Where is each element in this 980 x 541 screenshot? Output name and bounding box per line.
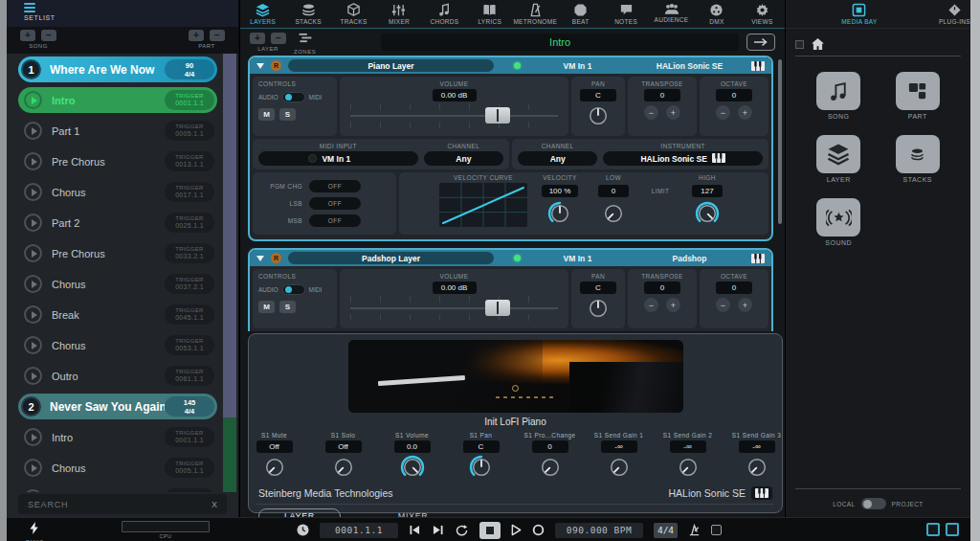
setlist-scrollbar[interactable] bbox=[223, 54, 236, 492]
song-row-where-are-we-now[interactable]: 1 Where Are We Now 904/4 bbox=[18, 56, 217, 82]
tab-audience[interactable]: AUDIENCE bbox=[649, 3, 694, 28]
filter-checkbox[interactable] bbox=[795, 40, 804, 49]
panic-button[interactable]: PANIC bbox=[26, 521, 43, 541]
transpose-display[interactable]: 0 bbox=[644, 282, 680, 294]
lsb-button[interactable]: OFF bbox=[309, 197, 361, 210]
pan-display[interactable]: C bbox=[580, 89, 616, 101]
layer-name-field[interactable]: Piano Layer bbox=[288, 59, 494, 72]
metronome-button[interactable] bbox=[688, 524, 701, 536]
part-row-chorus[interactable]: Chorus TRIGGER0005.1.1 bbox=[18, 455, 217, 481]
home-icon[interactable] bbox=[812, 38, 824, 50]
quick-control-value[interactable]: Off bbox=[256, 440, 293, 453]
remove-part-button[interactable]: − bbox=[210, 30, 225, 41]
part-row-break[interactable]: Break TRIGGER0045.1.1 bbox=[18, 302, 217, 327]
header-instrument[interactable]: HALion Sonic SE bbox=[635, 61, 745, 71]
add-part-button[interactable]: + bbox=[189, 30, 204, 41]
media-tile-part[interactable]: PART bbox=[896, 72, 940, 120]
quick-control-knob[interactable] bbox=[676, 455, 701, 484]
local-project-toggle[interactable] bbox=[861, 498, 886, 509]
part-play-icon[interactable] bbox=[24, 122, 42, 140]
volume-slider-handle[interactable] bbox=[485, 300, 510, 316]
octave-plus-button[interactable]: + bbox=[738, 298, 752, 312]
media-tile-stacks[interactable]: STACKS bbox=[896, 135, 940, 183]
layer-name-field[interactable]: Padshop Layer bbox=[288, 252, 494, 264]
search-input[interactable] bbox=[28, 500, 212, 509]
tab-plug-ins[interactable]: PLUG-INS bbox=[939, 3, 970, 28]
part-play-icon[interactable] bbox=[24, 459, 42, 477]
panel-toggle-left-button[interactable] bbox=[926, 523, 940, 536]
play-button[interactable] bbox=[511, 524, 522, 536]
octave-minus-button[interactable]: − bbox=[716, 298, 730, 312]
collapse-caret-icon[interactable] bbox=[256, 256, 264, 261]
tempo-display[interactable]: 090.000 BPM bbox=[555, 523, 643, 538]
quick-control-knob[interactable] bbox=[262, 455, 287, 484]
part-play-icon[interactable] bbox=[24, 244, 42, 262]
skip-start-button[interactable] bbox=[409, 525, 421, 535]
layers-scrollbar[interactable] bbox=[778, 59, 782, 224]
part-row-part-1[interactable]: Part 1 TRIGGER0005.1.1 bbox=[18, 118, 217, 144]
quick-control-knob[interactable] bbox=[607, 455, 632, 484]
loop-button[interactable] bbox=[455, 525, 469, 536]
media-tile-layer[interactable]: LAYER bbox=[816, 135, 860, 183]
tab-metronome[interactable]: METRONOME bbox=[513, 3, 558, 28]
mute-button[interactable]: M bbox=[258, 108, 275, 121]
volume-slider[interactable] bbox=[350, 296, 559, 321]
midi-channel-select[interactable]: Any bbox=[424, 151, 503, 166]
part-row-intro[interactable]: Intro TRIGGER0001.1.1 bbox=[18, 424, 217, 450]
transport-checkbox[interactable] bbox=[711, 525, 722, 535]
solo-button[interactable]: S bbox=[279, 108, 296, 121]
time-signature-display[interactable]: 4/4 bbox=[654, 523, 678, 538]
media-tile-sound[interactable]: SOUND bbox=[816, 198, 860, 246]
tab-dmx[interactable]: DMX bbox=[694, 3, 739, 28]
quick-control-knob[interactable] bbox=[745, 455, 769, 484]
audio-midi-toggle[interactable] bbox=[282, 92, 305, 102]
part-play-icon[interactable] bbox=[24, 489, 42, 492]
quick-control-value[interactable]: C bbox=[463, 440, 500, 453]
pgm-chg-button[interactable]: OFF bbox=[309, 180, 361, 192]
add-song-button[interactable]: + bbox=[20, 30, 35, 41]
quick-control-value[interactable]: -∞ bbox=[601, 440, 637, 453]
velocity-curve-graph[interactable] bbox=[439, 183, 527, 231]
part-row-part-1[interactable]: Part 1 TRIGGER0013.1.1 bbox=[18, 485, 217, 492]
part-row-chorus[interactable]: Chorus TRIGGER0037.2.1 bbox=[18, 271, 217, 297]
volume-slider[interactable] bbox=[350, 103, 559, 128]
quick-control-value[interactable]: 0 bbox=[532, 440, 568, 453]
record-button[interactable] bbox=[532, 524, 545, 536]
remove-song-button[interactable]: − bbox=[41, 30, 56, 41]
zones-icon[interactable] bbox=[299, 30, 312, 47]
part-row-chorus[interactable]: Chorus TRIGGER0053.1.1 bbox=[18, 332, 217, 358]
menu-icon[interactable] bbox=[24, 3, 238, 12]
layer-header[interactable]: R Padshop Layer VM In 1 Padshop bbox=[250, 250, 771, 266]
quick-control-value[interactable]: 0.0 bbox=[394, 440, 431, 453]
part-play-icon[interactable] bbox=[24, 367, 42, 385]
tab-stacks[interactable]: STACKS bbox=[285, 3, 330, 28]
volume-display[interactable]: 0.00 dB bbox=[433, 89, 477, 101]
pan-knob[interactable] bbox=[586, 296, 611, 325]
tab-notes[interactable]: NOTES bbox=[603, 3, 648, 28]
transpose-plus-button[interactable]: + bbox=[666, 298, 680, 312]
tab-beat[interactable]: BEAT bbox=[558, 3, 603, 28]
velocity-display[interactable]: 100 % bbox=[542, 185, 578, 197]
panel-toggle-right-button[interactable] bbox=[946, 523, 959, 536]
forward-button[interactable] bbox=[746, 34, 775, 51]
song-row-never-saw-you-again[interactable]: 2 Never Saw You Again 1454/4 bbox=[18, 394, 217, 419]
part-row-chorus[interactable]: Chorus TRIGGER0017.1.1 bbox=[18, 179, 217, 205]
part-row-outro[interactable]: Outro TRIGGER0061.1.1 bbox=[18, 363, 217, 389]
msb-button[interactable]: OFF bbox=[309, 214, 361, 227]
velocity-knob[interactable] bbox=[547, 201, 572, 230]
octave-plus-button[interactable]: + bbox=[738, 105, 752, 120]
header-instrument[interactable]: Padshop bbox=[635, 254, 745, 263]
tab-media-bay[interactable]: MEDIA BAY bbox=[795, 3, 924, 28]
quick-control-value[interactable]: Off bbox=[325, 440, 362, 453]
octave-minus-button[interactable]: − bbox=[716, 105, 730, 120]
audio-midi-toggle[interactable] bbox=[282, 284, 305, 295]
stop-button[interactable] bbox=[479, 522, 501, 539]
part-play-icon[interactable] bbox=[24, 305, 42, 324]
quick-control-value[interactable]: -∞ bbox=[670, 440, 706, 453]
tab-tracks[interactable]: TRACKS bbox=[331, 3, 376, 28]
record-ready-button[interactable]: R bbox=[271, 253, 281, 263]
header-midi-input[interactable]: VM In 1 bbox=[527, 61, 628, 71]
skip-end-button[interactable] bbox=[432, 525, 444, 535]
tab-lyrics[interactable]: LYRICS bbox=[467, 3, 512, 28]
part-play-icon[interactable] bbox=[24, 428, 42, 446]
